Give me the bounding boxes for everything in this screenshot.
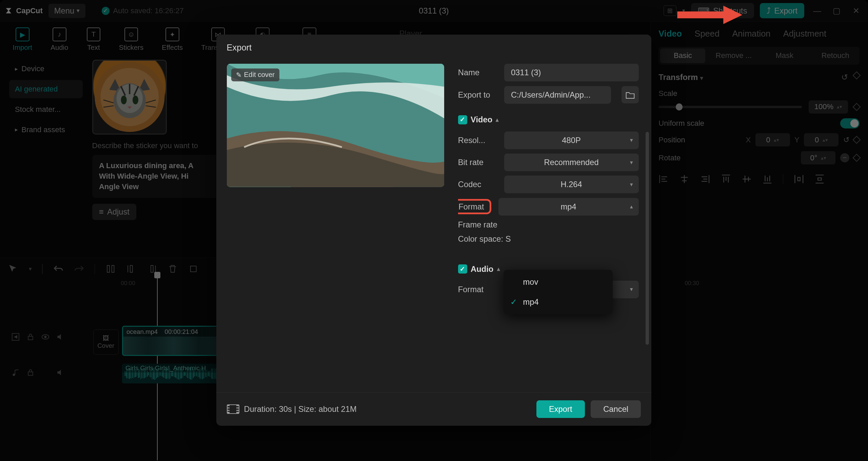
bitrate-select[interactable]: Recommended▾	[504, 154, 639, 171]
video-section-toggle[interactable]: ✓ Video ▴	[458, 115, 639, 124]
format-select[interactable]: mp4▴	[498, 198, 639, 216]
film-icon	[227, 404, 239, 414]
codec-label: Codec	[458, 180, 497, 189]
export-meta: Duration: 30s | Size: about 21M	[227, 404, 357, 414]
export-dialog: Export ✎ Edit cover	[216, 35, 651, 426]
name-label: Name	[458, 68, 497, 77]
cancel-button[interactable]: Cancel	[591, 400, 641, 418]
audio-format-label: Format	[458, 285, 497, 294]
folder-icon	[626, 91, 635, 99]
pencil-icon: ✎	[236, 71, 242, 79]
codec-select[interactable]: H.264▾	[504, 176, 639, 193]
cover-preview: ✎ Edit cover	[227, 64, 444, 187]
format-option-mov[interactable]: mov	[504, 272, 613, 292]
format-option-mp4[interactable]: mp4	[504, 292, 613, 312]
colorspace-label: Color space: S	[458, 234, 527, 244]
bitrate-label: Bit rate	[458, 158, 497, 167]
checkbox-icon: ✓	[458, 264, 467, 274]
scrollbar[interactable]	[646, 132, 649, 345]
resolution-select[interactable]: 480P▾	[504, 132, 639, 149]
format-dropdown: movmp4	[504, 270, 613, 314]
framerate-label: Frame rate	[458, 220, 509, 229]
export-to-label: Export to	[458, 90, 497, 100]
edit-cover-button[interactable]: ✎ Edit cover	[231, 68, 279, 81]
name-input[interactable]: 0311 (3)	[504, 64, 639, 81]
export-path-input[interactable]: C:/Users/Admin/App...	[504, 86, 611, 104]
dialog-title: Export	[216, 35, 651, 57]
browse-folder-button[interactable]	[622, 86, 639, 103]
annotation-arrow	[674, 3, 744, 26]
export-confirm-button[interactable]: Export	[536, 400, 585, 418]
resolution-label: Resol...	[458, 136, 497, 145]
checkbox-icon: ✓	[458, 115, 467, 124]
format-label: Format	[458, 199, 491, 214]
